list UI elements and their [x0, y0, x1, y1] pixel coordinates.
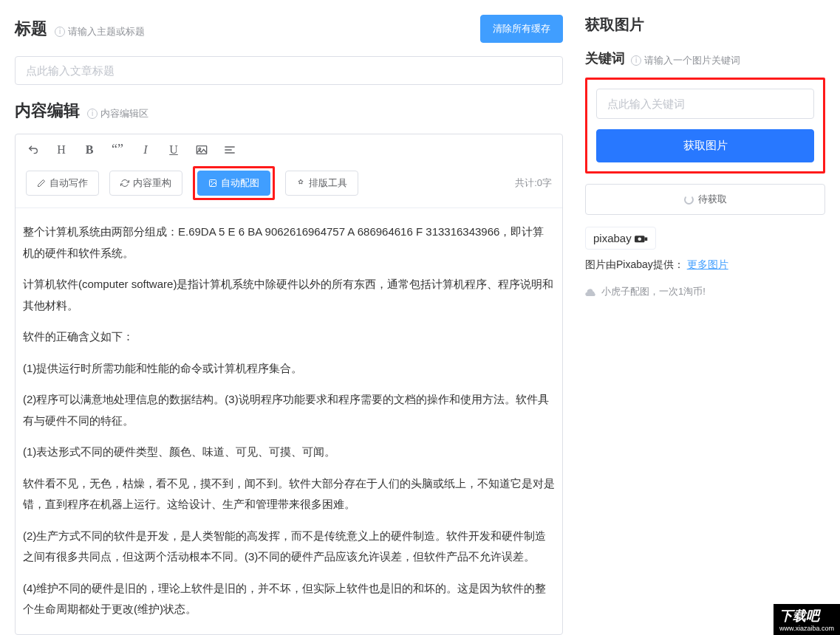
paragraph: (1)表达形式不同的硬件类型、颜色、味道、可见、可摸、可闻。 [23, 442, 555, 463]
camera-icon [635, 234, 648, 243]
paragraph: (1)提供运行时所需功能和性能的命令或计算机程序集合。 [23, 358, 555, 380]
word-count: 共计:0字 [515, 176, 552, 190]
svg-rect-9 [644, 237, 647, 241]
pixabay-badge: pixabay [585, 227, 656, 250]
get-image-title: 获取图片 [585, 15, 825, 35]
svg-rect-0 [197, 145, 206, 154]
pending-button[interactable]: 待获取 [585, 184, 825, 215]
align-icon[interactable] [222, 145, 237, 155]
clear-cache-button[interactable]: 清除所有缓存 [480, 15, 563, 43]
underline-icon[interactable]: U [166, 143, 181, 157]
quote-icon[interactable]: “” [110, 142, 125, 157]
paragraph: 软件看不见，无色，枯燥，看不见，摸不到，闻不到。软件大部分存在于人们的头脑或纸上… [23, 473, 555, 515]
keyword-input[interactable] [596, 89, 814, 119]
content-heading: 内容编辑 [15, 100, 80, 122]
info-icon: i [87, 109, 98, 119]
refresh-icon [120, 179, 129, 188]
editor-box: H B “” I U 自动写作 [15, 134, 563, 635]
title-hint: i 请输入主题或标题 [55, 25, 145, 38]
title-header-row: 标题 i 请输入主题或标题 清除所有缓存 [15, 15, 563, 43]
paragraph: (2)程序可以满意地处理信息的数据结构。(3)说明程序功能要求和程序需要的文档的… [23, 389, 555, 431]
paragraph: 计算机软件(computer software)是指计算机系统中除硬件以外的所有… [23, 274, 555, 316]
image-icon [208, 179, 217, 188]
editor-toolbar: H B “” I U 自动写作 [16, 134, 562, 208]
watermark: 下载吧 www.xiazaiba.com [774, 603, 840, 635]
paragraph: 软件的正确含义如下： [23, 326, 555, 348]
more-images-link[interactable]: 更多图片 [687, 258, 728, 270]
keyword-hint: i 请输入一个图片关键词 [631, 54, 740, 67]
main-column: 标题 i 请输入主题或标题 清除所有缓存 内容编辑 i 内容编辑区 H B [0, 0, 578, 635]
footer-note: 小虎子配图，一次1淘币! [585, 285, 825, 298]
auto-write-button[interactable]: 自动写作 [26, 171, 99, 196]
keyword-label: 关键词 [585, 49, 625, 67]
svg-point-6 [211, 182, 213, 183]
image-icon[interactable] [194, 145, 209, 155]
title-heading: 标题 [15, 18, 47, 40]
info-icon: i [55, 27, 65, 37]
layout-icon [296, 179, 305, 188]
content-hint: i 内容编辑区 [87, 107, 148, 120]
sidebar: 获取图片 关键词 i 请输入一个图片关键词 获取图片 待获取 pixabay 图… [578, 0, 840, 635]
svg-point-1 [199, 148, 201, 150]
paragraph: (4)维护不同的硬件是旧的，理论上软件是旧的，并不坏，但实际上软件也是旧的和坏的… [23, 578, 555, 620]
spinner-icon [684, 195, 694, 205]
restructure-button[interactable]: 内容重构 [109, 171, 182, 196]
heading-icon[interactable]: H [54, 143, 69, 157]
pencil-icon [37, 179, 46, 188]
svg-point-8 [638, 237, 641, 241]
keyword-block: 获取图片 [585, 78, 825, 174]
undo-icon[interactable] [26, 144, 41, 156]
italic-icon[interactable]: I [138, 143, 153, 157]
info-icon: i [631, 55, 641, 66]
bold-icon[interactable]: B [82, 143, 97, 157]
title-input[interactable] [15, 56, 563, 85]
cloud-icon [585, 287, 597, 296]
editor-content[interactable]: 整个计算机系统由两部分组成：E.69DA 5 E 6 BA 9062616964… [16, 208, 562, 634]
auto-image-button[interactable]: 自动配图 [197, 171, 270, 196]
paragraph: 整个计算机系统由两部分组成：E.69DA 5 E 6 BA 9062616964… [23, 222, 555, 264]
layout-tool-button[interactable]: 排版工具 [285, 171, 358, 196]
get-image-button[interactable]: 获取图片 [596, 129, 814, 162]
paragraph: (2)生产方式不同的软件是开发，是人类智能的高发挥，而不是传统意义上的硬件制造。… [23, 526, 555, 568]
image-credit: 图片由Pixabay提供： 更多图片 [585, 258, 825, 272]
